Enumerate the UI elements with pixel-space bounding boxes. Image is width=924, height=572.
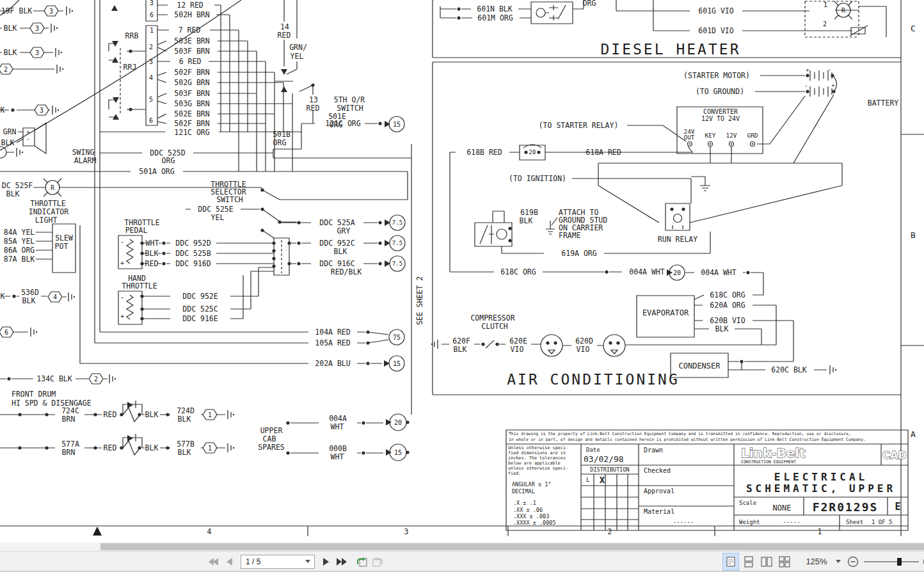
schematic-label: 601M ORG [477,13,513,22]
junction-dot [287,262,291,265]
schematic-label: BLK [145,249,159,258]
schematic-label: WHT [331,422,344,431]
junction-dot [740,360,743,363]
schematic-label: DDC 952E [182,292,218,301]
schematic-label: 85A YEL [4,237,35,246]
schematic-label: - [804,83,808,89]
schematic-label: - [26,136,29,142]
schematic-label: 601G VIO [698,6,733,15]
diode-icon [127,402,133,408]
continuous-layout-button[interactable] [740,553,757,571]
schematic-label: BRN [62,448,76,457]
viewer-toolbar: 125% [0,551,924,572]
schematic-label: PEDAL [125,226,148,235]
first-page-button[interactable] [206,553,221,570]
schematic-label: 2 [608,527,612,536]
schematic-label: inches. The tolerances [508,456,566,461]
junction-dot [378,221,381,224]
component-circle [674,214,682,223]
junction-dot [362,421,365,424]
schematic-label: WHT [331,452,344,461]
two-page-continuous-layout-button[interactable] [776,553,793,571]
schematic-label: CONDENSER [678,361,721,370]
schematic-label: DDC 525B [175,249,211,258]
schematic-label: .XXX ± .003 [513,513,549,520]
zoom-slider-handle[interactable] [897,558,902,566]
page-dropdown-caret-icon[interactable] [305,560,310,563]
schematic-label: Drawn [644,447,663,454]
next-view-button[interactable] [370,553,385,570]
schematic-label: 620E [509,337,527,346]
schematic-label: 503F BRN [174,47,209,56]
junction-dot [140,317,143,320]
zoom-out-icon[interactable] [847,556,859,568]
schematic-label: 12 RED [177,1,203,10]
schematic-label: 577B [177,440,195,449]
schematic-label: 503G BRN [174,99,209,108]
schematic-label: SCHEMATIC, UPPER [746,482,896,495]
schematic-label: 7 RED [179,26,201,35]
schematic-label: RED [278,31,291,40]
schematic-label: DC 525F [2,181,33,190]
schematic-canvas: 19F BLK3BLK3BLK32K3GRNBLK+-SWINGALARMDC … [0,0,924,543]
horizontal-scrollbar[interactable] [0,543,924,551]
schematic-label: .X ± .1 [513,500,536,506]
schematic-label: - [827,67,831,73]
schematic-label: SLEW [55,234,73,242]
junction-dot [93,446,97,449]
wire-end-cap [57,65,63,74]
junction-dot [140,307,143,310]
schematic-label: 104A RED [315,328,350,337]
schematic-label: 14 [280,22,289,31]
schematic-label: 3 [150,0,154,6]
schematic-label: Sheet [846,519,863,525]
junction-dot [537,150,540,154]
schematic-label: BLK [4,24,17,33]
schematic-label: ANGULAR ± 1° [512,481,551,488]
wire-end-cap [56,48,62,57]
schematic-label: E [895,501,900,512]
junction-dot [272,264,275,267]
schematic-label: below are applicable [508,461,561,466]
junction-dot [272,241,275,244]
schematic-label: HI SPD & DISENGAGE [12,399,92,408]
junction-dot [366,361,369,365]
terminal-dot [710,143,711,145]
schematic-label: FRONT DRUM [12,390,56,399]
schematic-label: 000B [329,444,347,453]
junction-dot [7,377,10,380]
schematic-label: 004A [329,414,347,423]
schematic-label: 03/02/98 [584,454,624,464]
horizontal-scrollbar-thumb[interactable] [100,543,924,550]
previous-page-button[interactable] [221,553,237,570]
schematic-label: This drawing is the property of Link-Bel… [509,431,851,436]
zoom-dropdown-caret-icon[interactable] [836,560,841,563]
two-page-layout-button[interactable] [758,553,775,571]
previous-view-button[interactable] [354,553,370,570]
junction-dot [495,342,498,346]
schematic-label: ORG [273,138,287,147]
schematic-label: RUN RELAY [658,235,697,244]
schematic-label: BLK [520,216,533,225]
schematic-label: 121C ORG [325,119,360,128]
schematic-label: RED [307,104,320,113]
schematic-label: 4 [207,527,212,536]
junction-dot [140,262,143,265]
diode-icon [127,435,133,441]
schematic-label: RRB [125,31,139,40]
schematic-label: BLK [334,247,347,256]
schematic-label: K [1,106,5,115]
page-number-input[interactable] [241,557,305,566]
schematic-label: CAB [263,434,276,443]
single-page-layout-button[interactable] [722,553,739,571]
schematic-label: 86A ORG [4,246,35,255]
next-page-button[interactable] [319,553,334,570]
zoom-level-label: 125% [804,557,829,566]
last-page-button[interactable] [334,553,349,570]
schematic-label: BLK [715,324,729,333]
schematic-label: 12V [726,132,737,139]
schematic-label: THROTTLE [30,199,65,208]
zoom-slider[interactable] [864,561,919,562]
schematic-label: 4 [149,74,153,81]
component-circle [497,229,507,239]
